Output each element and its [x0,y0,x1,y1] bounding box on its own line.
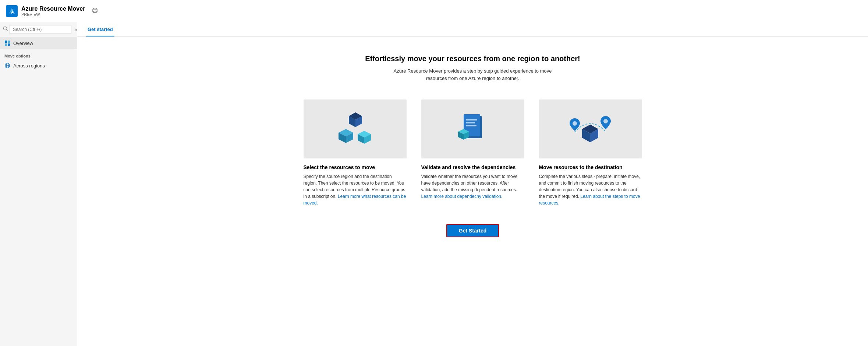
sidebar-search-row: « [0,22,77,37]
card-select-resources-image [304,99,407,158]
layout: « Overview Move options Across regions [0,22,868,346]
collapse-sidebar-button[interactable]: « [73,26,77,33]
svg-rect-6 [5,41,7,43]
svg-point-3 [96,10,97,11]
svg-rect-24 [466,119,477,120]
cards-row: Select the resources to move Specify the… [77,91,868,215]
main-content: Get started Effortlessly move your resou… [77,22,868,346]
svg-rect-7 [8,41,10,43]
card-move-resources: Move resources to the destination Comple… [539,99,642,206]
card-select-resources-title: Select the resources to move [304,164,407,170]
header-title-block: Azure Resource Mover PREVIEW [21,6,85,17]
svg-rect-26 [466,125,476,126]
card-validate-dependencies-image [421,99,524,158]
search-input[interactable] [10,25,71,34]
across-regions-icon [4,63,10,69]
search-icon [3,26,8,33]
hero-description: Azure Resource Mover provides a step by … [385,67,561,82]
overview-icon [4,40,10,46]
card-select-resources-text: Specify the source region and the destin… [304,173,407,206]
svg-rect-9 [8,43,10,46]
azure-logo-icon [6,5,18,17]
tabs-bar: Get started [77,22,868,37]
sidebar-item-overview-label: Overview [13,41,33,46]
cube-cluster-icon [335,109,375,149]
card-move-resources-title: Move resources to the destination [539,164,642,170]
print-icon[interactable] [92,7,98,15]
app-subtitle: PREVIEW [21,12,85,17]
hero-section: Effortlessly move your resources from on… [77,37,868,91]
sidebar-section-move-options: Move options [0,49,77,60]
doc-analysis-icon [454,109,491,149]
app-title: Azure Resource Mover [21,6,85,12]
svg-line-5 [7,30,8,31]
card-move-resources-image [539,99,642,158]
card-validate-dependencies-title: Validate and resolve the dependencies [421,164,524,170]
get-started-row: Get Started [77,215,868,246]
card-validate-dependencies: Validate and resolve the dependencies Va… [421,99,524,206]
svg-rect-25 [466,122,475,123]
sidebar: « Overview Move options Across regions [0,22,77,346]
sidebar-item-across-regions-label: Across regions [13,63,45,69]
card-select-resources: Select the resources to move Specify the… [304,99,407,206]
get-started-button[interactable]: Get Started [446,224,499,237]
svg-point-31 [573,121,577,126]
card-validate-dependencies-link[interactable]: Learn more about dependecny validation. [421,194,503,199]
tab-get-started[interactable]: Get started [86,22,114,36]
hero-title: Effortlessly move your resources from on… [86,55,859,63]
card-validate-dependencies-text: Validate whether the resources you want … [421,173,524,200]
move-location-icon [564,108,617,150]
svg-point-33 [603,119,608,123]
svg-rect-8 [5,43,7,46]
card-move-resources-text: Complete the various steps - prepare, in… [539,173,642,206]
svg-rect-2 [93,11,96,13]
sidebar-item-across-regions[interactable]: Across regions [0,60,77,71]
svg-point-4 [4,27,7,30]
header: Azure Resource Mover PREVIEW [0,0,868,22]
sidebar-item-overview[interactable]: Overview [0,37,77,49]
